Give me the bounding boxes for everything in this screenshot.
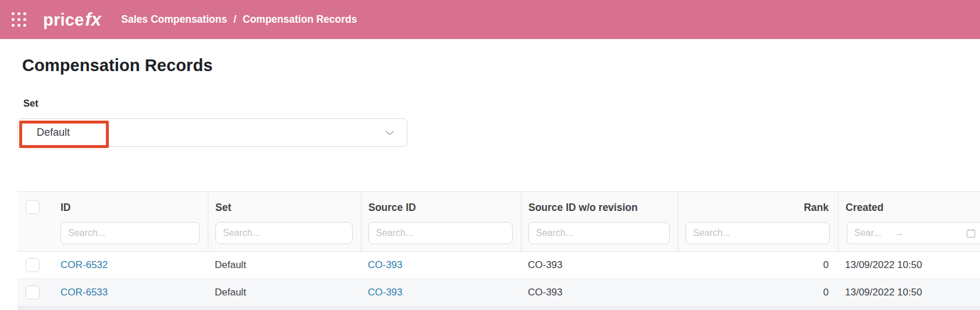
header-checkbox-cell [17,192,54,251]
chevron-down-icon [385,131,394,136]
source-id-link[interactable]: CO-393 [368,287,403,298]
source-id-search-input[interactable] [368,222,513,244]
column-rank: Rank [678,192,838,251]
page-title: Compensation Records [22,56,213,75]
cell-created: 13/09/2022 10:50 [838,259,980,271]
column-header-created[interactable]: Created [846,200,980,215]
cell-rank: 0 [678,259,838,271]
cell-source-id: CO-393 [361,287,521,298]
set-search-input[interactable] [215,222,353,244]
column-created: Created → [838,192,980,251]
column-header-id[interactable]: ID [61,200,200,215]
logo-fx-text: fx [85,9,101,30]
range-arrow-icon: → [894,227,904,239]
record-link[interactable]: COR-6532 [61,259,108,270]
row-checkbox[interactable] [26,286,40,300]
row-checkbox-cell [17,258,54,272]
cell-source-id-wo-revision: CO-393 [521,287,678,298]
created-date-range-picker[interactable]: → [847,222,980,244]
cell-id: COR-6533 [54,287,208,298]
select-all-checkbox[interactable] [26,200,40,214]
cell-id: COR-6532 [54,259,208,271]
column-set: Set [208,192,361,251]
source-id-link[interactable]: CO-393 [368,259,403,270]
table-row: COR-6533 Default CO-393 CO-393 0 13/09/2… [17,279,980,307]
column-id: ID [54,192,208,251]
breadcrumb-separator: / [233,13,236,26]
calendar-icon[interactable] [965,228,977,239]
set-select[interactable]: Default [17,118,407,147]
rank-search-input[interactable] [686,222,830,244]
apps-grid-icon[interactable] [12,12,26,27]
cell-set: Default [208,287,361,298]
breadcrumb-item-sales-compensations[interactable]: Sales Compensations [121,13,227,26]
row-checkbox-cell [17,286,54,300]
breadcrumb: Sales Compensations / Compensation Recor… [121,13,357,26]
cell-source-id: CO-393 [361,259,521,271]
table-header: ID Set Source ID Source ID w/o revision … [17,191,980,252]
column-source-id-wo-revision: Source ID w/o revision [521,192,678,251]
id-search-input[interactable] [61,222,200,244]
record-link[interactable]: COR-6533 [61,287,108,298]
set-filter-label: Set [23,98,38,109]
column-source-id: Source ID [361,192,521,251]
set-select-value: Default [18,126,70,139]
top-bar: pricefx Sales Compensations / Compensati… [0,0,980,39]
column-header-source-id-wo-revision[interactable]: Source ID w/o revision [528,200,670,215]
next-row-partial [17,307,980,310]
cell-rank: 0 [678,287,838,298]
created-search-input[interactable] [854,228,890,238]
table-row: COR-6532 Default CO-393 CO-393 0 13/09/2… [17,252,980,279]
compensation-records-table: ID Set Source ID Source ID w/o revision … [17,191,980,310]
breadcrumb-item-compensation-records[interactable]: Compensation Records [243,13,357,26]
logo-price-text: price [43,10,84,30]
cell-source-id-wo-revision: CO-393 [521,259,678,271]
column-header-source-id[interactable]: Source ID [368,200,513,215]
source-id-wo-revision-search-input[interactable] [528,222,670,244]
pricefx-logo: pricefx [43,9,101,30]
column-header-set[interactable]: Set [215,200,353,215]
row-checkbox[interactable] [26,258,40,272]
column-header-rank[interactable]: Rank [686,200,829,215]
cell-created: 13/09/2022 10:50 [838,287,980,298]
cell-set: Default [208,259,361,271]
